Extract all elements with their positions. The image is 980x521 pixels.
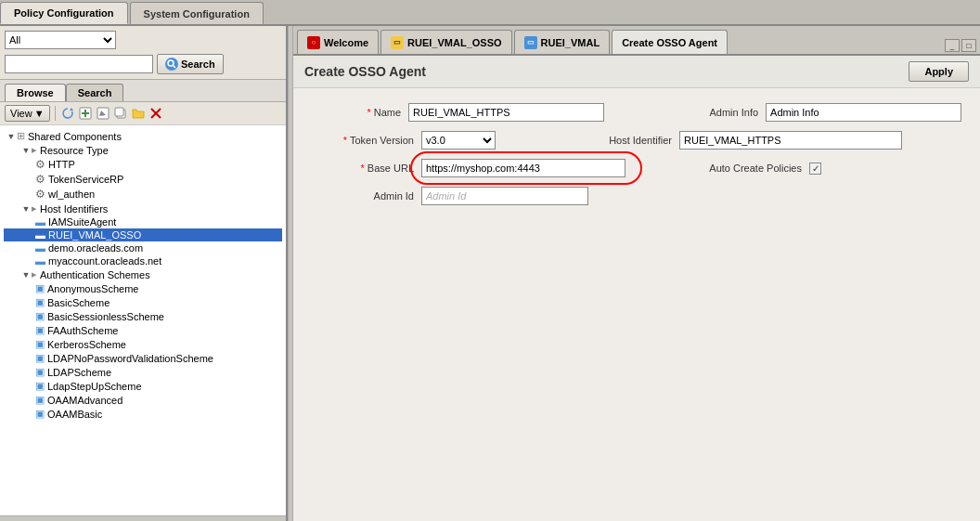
expand-icon[interactable]: ▼: [20, 145, 32, 156]
scheme-icon: ▣: [35, 310, 45, 322]
scheme-icon: ▣: [35, 296, 45, 308]
expand-icon[interactable]: ▼: [20, 269, 32, 280]
doc-icon: ▬: [35, 242, 45, 254]
search-input[interactable]: [5, 55, 153, 73]
name-label: * Name: [312, 107, 401, 118]
token-version-label: * Token Version: [312, 135, 414, 146]
apply-button[interactable]: Apply: [909, 61, 969, 82]
search-tab[interactable]: Search: [66, 84, 124, 101]
top-tab-bar: Policy Configuration System Configuratio…: [0, 0, 980, 26]
folder-small-icon: ▸: [32, 268, 37, 280]
tree-item-auth-schemes[interactable]: ▼ ▸ Authentication Schemes: [4, 267, 282, 281]
refresh-icon[interactable]: [60, 106, 75, 121]
tree-item-demo-oracle[interactable]: ▬ demo.oracleads.com: [4, 241, 282, 254]
tab-create-osso-agent[interactable]: Create OSSO Agent: [612, 30, 728, 54]
tab-welcome[interactable]: ○ Welcome: [297, 30, 379, 54]
content-header: Create OSSO Agent Apply: [293, 56, 980, 88]
tree-item-myaccount-oracle[interactable]: ▬ myaccount.oracleads.net: [4, 254, 282, 267]
view-button[interactable]: View ▼: [5, 105, 50, 122]
host-identifier-input[interactable]: [679, 131, 902, 150]
base-url-label: * Base URL: [312, 163, 414, 174]
gear-icon: ⚙: [35, 158, 45, 171]
browse-search-tabs: Browse Search: [0, 80, 286, 102]
doc-icon: ▬: [35, 229, 45, 241]
page-title: Create OSSO Agent: [304, 64, 426, 79]
name-input[interactable]: [408, 103, 604, 122]
host-identifier-label: Host Identifier: [570, 135, 672, 146]
tree-item-basic-scheme[interactable]: ▣ BasicScheme: [4, 295, 282, 309]
content-area: Create OSSO Agent Apply * Name Admin Inf…: [293, 56, 980, 521]
auto-create-label: Auto Create Policies: [700, 163, 802, 174]
edit-icon[interactable]: [96, 106, 110, 121]
expand-icon[interactable]: ▼: [20, 203, 32, 215]
folder-small-icon: ▸: [32, 202, 37, 215]
form-row-base-url: * Base URL Auto Create Policies ✓: [312, 159, 961, 177]
tree-item-anonymous-scheme[interactable]: ▣ AnonymousScheme: [4, 281, 282, 295]
base-url-input[interactable]: [421, 159, 625, 177]
tree-item-iamsuite[interactable]: ▬ IAMSuiteAgent: [4, 215, 282, 228]
scheme-icon: ▣: [35, 394, 45, 406]
gear-icon: ⚙: [35, 188, 45, 201]
folder-small-icon: ▸: [32, 144, 37, 156]
left-top-controls: All Application Domain Host Identifier S…: [0, 26, 286, 80]
tree-item-shared-components[interactable]: ▼ ⊞ Shared Components: [4, 129, 282, 143]
tree-item-ldap-nopass[interactable]: ▣ LDAPNoPasswordValidationScheme: [4, 351, 282, 365]
tree-container: ▼ ⊞ Shared Components ▼ ▸ Resource Type …: [0, 125, 286, 515]
tree-item-basic-sessionless[interactable]: ▣ BasicSessionlessScheme: [4, 309, 282, 323]
tree-item-ruei-vmal-osso[interactable]: ▬ RUEI_VMAL_OSSO: [4, 228, 282, 241]
scheme-icon: ▣: [35, 352, 45, 364]
copy-icon[interactable]: [113, 106, 128, 121]
chevron-down-icon: ▼: [34, 108, 45, 119]
tree-item-kerberos[interactable]: ▣ KerberosScheme: [4, 337, 282, 351]
svg-rect-8: [115, 108, 123, 116]
tree-item-ldap-scheme[interactable]: ▣ LDAPScheme: [4, 365, 282, 379]
form-area: * Name Admin Info * Token Version v3.0 v…: [293, 88, 980, 521]
right-tabs: ○ Welcome ▭ RUEI_VMAL_OSSO ▭ RUEI_VMAL C…: [293, 26, 980, 56]
tree-item-fa-auth[interactable]: ▣ FAAuthScheme: [4, 323, 282, 337]
delete-icon[interactable]: [148, 106, 163, 121]
tree-item-oaam-advanced[interactable]: ▣ OAAMAdvanced: [4, 393, 282, 407]
tree-toolbar: View ▼: [0, 102, 286, 125]
scheme-icon: ▣: [35, 380, 45, 392]
browse-tab[interactable]: Browse: [5, 84, 66, 101]
folder-icon[interactable]: [131, 106, 146, 121]
tab-ruei-vmal-osso[interactable]: ▭ RUEI_VMAL_OSSO: [380, 30, 511, 54]
tree-item-oaam-basic[interactable]: ▣ OAAMBasic: [4, 407, 282, 421]
ruei-vmal-tab-icon: ▭: [524, 36, 537, 49]
doc-icon: ▬: [35, 255, 45, 267]
gear-icon: ⚙: [35, 173, 45, 186]
admin-id-input[interactable]: [421, 187, 588, 205]
expand-icon[interactable]: ▼: [6, 131, 17, 142]
svg-marker-2: [70, 108, 73, 111]
tree-item-host-identifiers[interactable]: ▼ ▸ Host Identifiers: [4, 202, 282, 215]
admin-info-label: Admin Info: [669, 107, 758, 118]
base-url-wrapper: [421, 159, 625, 177]
tab-ruei-vmal[interactable]: ▭ RUEI_VMAL: [514, 30, 611, 54]
svg-line-1: [174, 66, 176, 69]
admin-id-label: Admin Id: [312, 190, 414, 202]
tab-system-configuration[interactable]: System Configuration: [130, 2, 264, 24]
tree-item-tokenservice[interactable]: ⚙ TokenServiceRP: [4, 172, 282, 187]
token-version-select[interactable]: v3.0 v2.0 v1.0: [421, 131, 496, 150]
left-panel-resize-bar: [0, 515, 286, 521]
scheme-icon: ▣: [35, 338, 45, 350]
tree-item-ldap-stepup[interactable]: ▣ LdapStepUpScheme: [4, 379, 282, 393]
scheme-icon: ▣: [35, 282, 45, 294]
search-button[interactable]: Search: [157, 54, 224, 74]
minimize-button[interactable]: _: [945, 39, 960, 52]
maximize-button[interactable]: □: [961, 39, 976, 52]
left-panel: All Application Domain Host Identifier S…: [0, 26, 288, 521]
tab-policy-configuration[interactable]: Policy Configuration: [0, 2, 128, 24]
doc-icon: ▬: [35, 216, 45, 228]
admin-info-input[interactable]: [766, 103, 961, 122]
new-icon[interactable]: [78, 106, 93, 121]
tree-item-http[interactable]: ⚙ HTTP: [4, 157, 282, 172]
filter-dropdown[interactable]: All Application Domain Host Identifier: [5, 31, 116, 49]
form-row-admin-id: Admin Id: [312, 187, 961, 205]
search-icon: [165, 58, 178, 71]
window-controls: _ □: [945, 39, 976, 52]
tree-item-wl-authen[interactable]: ⚙ wl_authen: [4, 187, 282, 202]
tree-item-resource-type[interactable]: ▼ ▸ Resource Type: [4, 143, 282, 157]
auto-create-checkbox[interactable]: ✓: [809, 163, 821, 175]
welcome-tab-icon: ○: [307, 36, 320, 49]
